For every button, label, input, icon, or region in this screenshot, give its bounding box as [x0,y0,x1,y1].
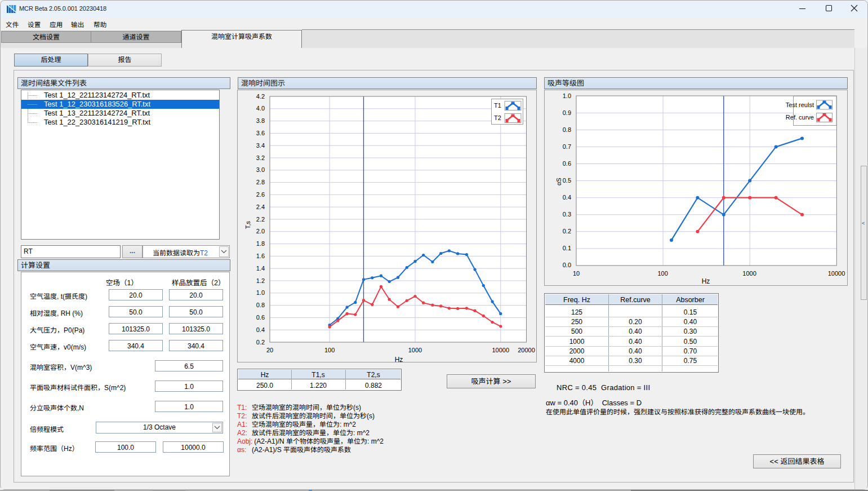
svg-text:T2: T2 [494,114,501,121]
svg-text:Test reulst: Test reulst [786,101,814,108]
svg-text:T1: T1 [494,102,501,109]
svg-text:Ref. curve: Ref. curve [786,114,814,121]
